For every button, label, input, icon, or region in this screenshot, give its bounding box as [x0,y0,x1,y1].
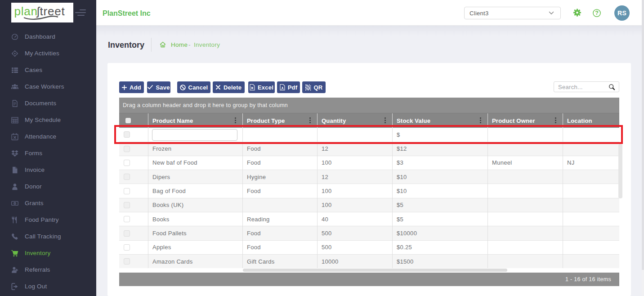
svg-text:1: 1 [14,202,15,204]
svg-text:ʃtreet: ʃtreet [36,4,65,18]
svg-text:?: ? [595,10,599,16]
svg-text:plan: plan [14,4,38,18]
